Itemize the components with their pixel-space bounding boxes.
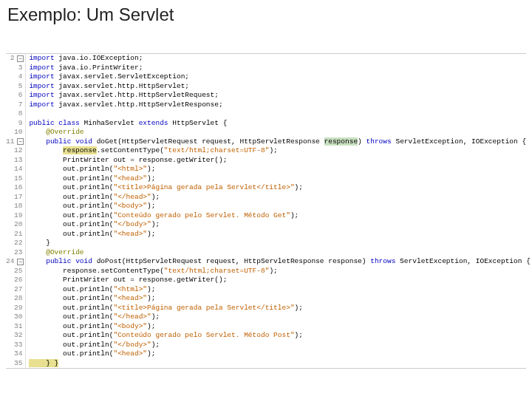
fold-icon[interactable]: − — [17, 138, 24, 145]
code-line: import javax.servlet.http.HttpServlet; — [29, 82, 530, 92]
token-kw: import — [29, 100, 54, 109]
token-str: "Conteúdo gerado pelo Servlet. Método Po… — [113, 331, 294, 339]
gutter-row: 4 — [6, 72, 24, 82]
code-line: } — [29, 239, 530, 248]
token-ann: @Override — [46, 128, 83, 136]
token-str: "<title>Página gerada pela Servlet</titl… — [113, 183, 294, 191]
code-line: out.println("</head>"); — [29, 313, 530, 322]
line-number: 11 — [6, 137, 16, 147]
line-number: 20 — [14, 220, 24, 230]
line-number: 13 — [14, 156, 24, 166]
token: ); — [151, 220, 160, 228]
token: out.println( — [29, 220, 113, 228]
token: javax.servlet.http.HttpServletResponse; — [55, 100, 223, 109]
code-line: public void doGet(HttpServletRequest req… — [29, 137, 530, 147]
line-number: 4 — [18, 72, 24, 82]
code-line: import java.io.IOException; — [29, 54, 530, 64]
code-line: public class MinhaServlet extends HttpSe… — [29, 119, 530, 129]
line-number: 29 — [14, 304, 24, 313]
fold-icon[interactable]: − — [17, 55, 24, 62]
token: PrintWriter out = response.getWriter(); — [29, 156, 227, 164]
token-str: "Conteúdo gerado pelo Servlet. Método Ge… — [113, 211, 290, 219]
token-kw: import — [29, 64, 54, 72]
code-line: @Override — [29, 248, 530, 258]
line-number: 2 — [10, 54, 16, 64]
token-str: "text/html;charset=UTF-8" — [164, 267, 270, 275]
token: HttpServlet { — [168, 119, 228, 127]
line-number: 24 — [6, 257, 16, 267]
gutter-row: 30 — [6, 313, 24, 322]
token: out.println( — [29, 331, 113, 339]
gutter-row: 22 — [6, 239, 24, 248]
line-number: 22 — [14, 239, 24, 248]
gutter-row: 7 — [6, 100, 24, 110]
token-kw: import — [29, 54, 54, 62]
gutter-row: 6 — [6, 91, 24, 100]
gutter-row: 8 — [6, 109, 24, 119]
token-ann: @Override — [46, 248, 83, 256]
token: ); — [147, 202, 155, 210]
code-line: out.println("</body>"); — [29, 341, 530, 350]
line-number: 32 — [14, 331, 24, 341]
line-number: 15 — [14, 174, 24, 184]
token-kw: throws — [370, 257, 395, 265]
token: out.println( — [29, 193, 113, 201]
fold-icon[interactable]: − — [17, 259, 24, 265]
line-number: 7 — [18, 100, 24, 110]
line-number: 23 — [14, 248, 24, 258]
gutter-row: 13 — [6, 156, 24, 166]
token-kw: import — [29, 82, 54, 90]
token-str: "text/html;charset=UTF-8" — [164, 146, 270, 154]
token-str: "<html>" — [113, 285, 147, 293]
token: javax.servlet.ServletException; — [55, 72, 189, 81]
token: java.io.IOException; — [55, 54, 143, 62]
line-number: 17 — [14, 193, 24, 202]
gutter-row: 19 — [6, 211, 24, 221]
gutter-row: 26 — [6, 276, 24, 285]
code-line: out.println("<body>"); — [29, 202, 530, 211]
code-line: import java.io.PrintWriter; — [29, 64, 530, 73]
token: ); — [147, 294, 155, 302]
token: out.println( — [29, 174, 113, 183]
gutter-row: 20 — [6, 220, 24, 230]
code-line: out.println("<head>"); — [29, 174, 530, 184]
gutter-row: 35 — [6, 359, 24, 369]
line-number: 27 — [14, 285, 24, 295]
token: out.println( — [29, 349, 113, 358]
code-line: out.println("<head>"); — [29, 349, 530, 359]
token: ); — [269, 267, 277, 275]
token: ); — [147, 322, 155, 330]
code-line: out.println("<title>Página gerada pela S… — [29, 304, 530, 313]
line-number: 35 — [14, 359, 24, 369]
line-number: 34 — [14, 349, 24, 359]
gutter-row: 14 — [6, 165, 24, 174]
line-number: 19 — [14, 211, 24, 221]
code-line: out.println("<body>"); — [29, 322, 530, 332]
token-str: "</head>" — [113, 193, 151, 201]
gutter-row: 3 — [6, 64, 24, 73]
token-str: "<body>" — [113, 202, 147, 210]
gutter-row: 27 — [6, 285, 24, 295]
gutter-row: 29 — [6, 304, 24, 313]
code-line: out.println("</body>"); — [29, 220, 530, 230]
token: ); — [151, 313, 160, 321]
line-number: 26 — [14, 276, 24, 285]
gutter-row: 9 — [6, 119, 24, 129]
token: javax.servlet.http.HttpServlet; — [55, 82, 189, 90]
line-number: 33 — [14, 341, 24, 350]
code-line — [29, 109, 530, 119]
line-number: 31 — [14, 322, 24, 332]
line-number: 10 — [14, 128, 24, 137]
gutter-row: 25 — [6, 267, 24, 276]
code-line: PrintWriter out = response.getWriter(); — [29, 276, 530, 285]
token-str: "<head>" — [113, 174, 147, 183]
token: ); — [147, 230, 155, 238]
gutter-row: 21 — [6, 230, 24, 239]
token-str: "</body>" — [113, 341, 151, 349]
token-str: "</body>" — [113, 220, 151, 228]
line-number: 18 — [14, 202, 24, 211]
gutter-row: 15 — [6, 174, 24, 184]
code-line: out.println("<html>"); — [29, 285, 530, 295]
code-line: } } — [29, 359, 530, 369]
gutter-row: 11− — [6, 137, 24, 147]
